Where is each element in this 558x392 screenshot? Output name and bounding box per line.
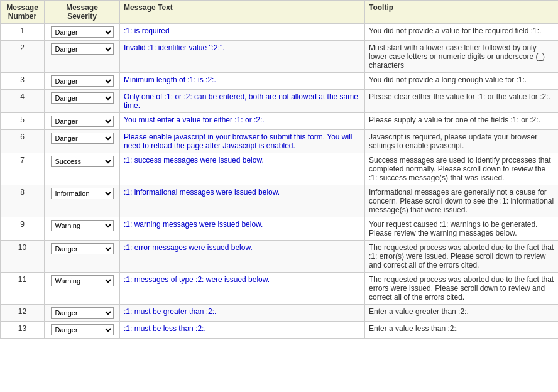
messages-table: MessageNumber MessageSeverity Message Te… [0, 0, 558, 339]
message-tooltip: Must start with a lower case letter foll… [365, 41, 559, 73]
message-text: :1: must be greater than :2:. [120, 305, 365, 322]
table-row: 12DangerSuccessInformationWarning:1: mus… [1, 305, 559, 322]
message-number: 9 [1, 217, 45, 241]
message-number: 1 [1, 24, 45, 41]
message-severity-cell: DangerSuccessInformationWarning [45, 24, 120, 41]
message-severity-cell: DangerSuccessInformationWarning [45, 217, 120, 241]
message-tooltip: You did not provide a long enough value … [365, 73, 559, 90]
table-row: 2DangerSuccessInformationWarningInvalid … [1, 41, 559, 73]
table-row: 11DangerSuccessInformationWarning:1: mes… [1, 273, 559, 305]
table-row: 6DangerSuccessInformationWarningPlease e… [1, 130, 559, 153]
message-number: 5 [1, 113, 45, 130]
message-text: :1: warning messages were issued below. [120, 217, 365, 241]
table-row: 13DangerSuccessInformationWarning:1: mus… [1, 322, 559, 339]
message-severity-cell: DangerSuccessInformationWarning [45, 322, 120, 339]
message-tooltip: Please supply a value for one of the fie… [365, 113, 559, 130]
message-tooltip: You did not provide a value for the requ… [365, 24, 559, 41]
severity-select[interactable]: DangerSuccessInformationWarning [51, 188, 114, 199]
message-number: 10 [1, 241, 45, 273]
message-number: 12 [1, 305, 45, 322]
col-header-text: Message Text [120, 1, 365, 24]
message-tooltip: Javascript is required, please update yo… [365, 130, 559, 153]
table-row: 8DangerSuccessInformationWarning:1: info… [1, 185, 559, 217]
message-number: 4 [1, 90, 45, 113]
severity-select[interactable]: DangerSuccessInformationWarning [51, 307, 114, 318]
table-row: 4DangerSuccessInformationWarningOnly one… [1, 90, 559, 113]
message-number: 6 [1, 130, 45, 153]
message-tooltip: Please clear either the value for :1: or… [365, 90, 559, 113]
col-header-severity: MessageSeverity [45, 1, 120, 24]
severity-select[interactable]: DangerSuccessInformationWarning [51, 26, 114, 38]
severity-select[interactable]: DangerSuccessInformationWarning [51, 75, 114, 87]
table-row: 3DangerSuccessInformationWarningMinimum … [1, 73, 559, 90]
message-number: 13 [1, 322, 45, 339]
message-text: You must enter a value for either :1: or… [120, 113, 365, 130]
table-row: 1DangerSuccessInformationWarning:1: is r… [1, 24, 559, 41]
message-severity-cell: DangerSuccessInformationWarning [45, 130, 120, 153]
message-text: :1: informational messages were issued b… [120, 185, 365, 217]
severity-select[interactable]: DangerSuccessInformationWarning [51, 92, 114, 104]
severity-select[interactable]: DangerSuccessInformationWarning [51, 324, 114, 335]
message-text: Please enable javascript in your browser… [120, 130, 365, 153]
message-tooltip: Enter a value greater than :2:. [365, 305, 559, 322]
message-severity-cell: DangerSuccessInformationWarning [45, 90, 120, 113]
message-text: Only one of :1: or :2: can be entered, b… [120, 90, 365, 113]
message-severity-cell: DangerSuccessInformationWarning [45, 273, 120, 305]
message-number: 2 [1, 41, 45, 73]
severity-select[interactable]: DangerSuccessInformationWarning [51, 275, 114, 286]
message-text: :1: messages of type :2: were issued bel… [120, 273, 365, 305]
severity-select[interactable]: DangerSuccessInformationWarning [51, 43, 114, 55]
message-tooltip: Success messages are used to identify pr… [365, 153, 559, 185]
table-row: 10DangerSuccessInformationWarning:1: err… [1, 241, 559, 273]
message-text: :1: error messages were issued below. [120, 241, 365, 273]
message-number: 11 [1, 273, 45, 305]
col-header-number: MessageNumber [1, 1, 45, 24]
message-severity-cell: DangerSuccessInformationWarning [45, 73, 120, 90]
col-header-tooltip: Tooltip [365, 1, 559, 24]
message-text: Invalid :1: identifier value ":2:". [120, 41, 365, 73]
message-tooltip: The requested process was aborted due to… [365, 241, 559, 273]
table-row: 9DangerSuccessInformationWarning:1: warn… [1, 217, 559, 241]
table-row: 7DangerSuccessInformationWarning:1: succ… [1, 153, 559, 185]
message-severity-cell: DangerSuccessInformationWarning [45, 241, 120, 273]
severity-select[interactable]: DangerSuccessInformationWarning [51, 116, 114, 127]
message-number: 7 [1, 153, 45, 185]
severity-select[interactable]: DangerSuccessInformationWarning [51, 243, 114, 254]
message-text: :1: must be less than :2:. [120, 322, 365, 339]
severity-select[interactable]: DangerSuccessInformationWarning [51, 133, 114, 144]
message-severity-cell: DangerSuccessInformationWarning [45, 305, 120, 322]
message-number: 3 [1, 73, 45, 90]
message-tooltip: Your request caused :1: warnings to be g… [365, 217, 559, 241]
message-severity-cell: DangerSuccessInformationWarning [45, 41, 120, 73]
message-tooltip: The requested process was aborted due to… [365, 273, 559, 305]
message-tooltip: Enter a value less than :2:. [365, 322, 559, 339]
message-text: Minimum length of :1: is :2:. [120, 73, 365, 90]
message-severity-cell: DangerSuccessInformationWarning [45, 153, 120, 185]
severity-select[interactable]: DangerSuccessInformationWarning [51, 156, 114, 167]
severity-select[interactable]: DangerSuccessInformationWarning [51, 220, 114, 231]
message-text: :1: success messages were issued below. [120, 153, 365, 185]
message-text: :1: is required [120, 24, 365, 41]
table-row: 5DangerSuccessInformationWarningYou must… [1, 113, 559, 130]
message-severity-cell: DangerSuccessInformationWarning [45, 185, 120, 217]
message-tooltip: Informational messages are generally not… [365, 185, 559, 217]
message-number: 8 [1, 185, 45, 217]
message-severity-cell: DangerSuccessInformationWarning [45, 113, 120, 130]
